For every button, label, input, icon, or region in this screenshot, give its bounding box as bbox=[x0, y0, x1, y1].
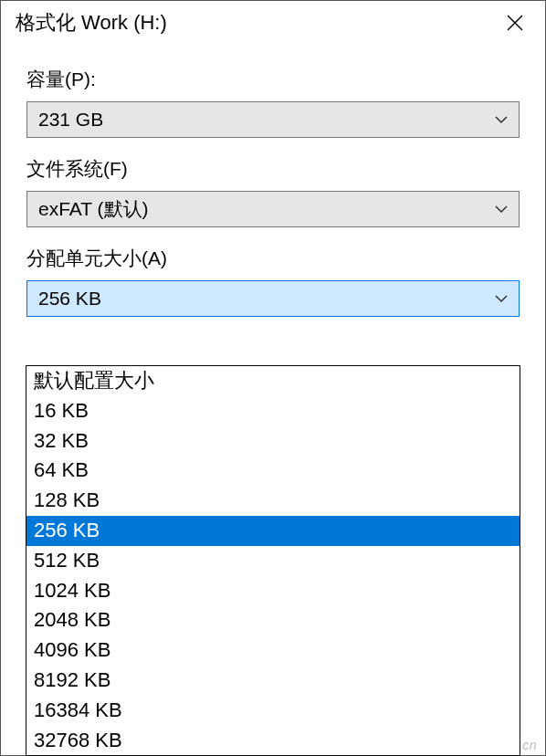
allocation-group: 分配单元大小(A) 256 KB bbox=[26, 246, 520, 317]
allocation-dropdown[interactable]: 默认配置大小16 KB32 KB64 KB128 KB256 KB512 KB1… bbox=[26, 365, 520, 756]
allocation-option[interactable]: 128 KB bbox=[26, 486, 520, 516]
allocation-select[interactable]: 256 KB bbox=[26, 280, 520, 317]
allocation-label: 分配单元大小(A) bbox=[26, 246, 520, 271]
chevron-down-icon bbox=[495, 295, 508, 302]
capacity-select[interactable]: 231 GB bbox=[26, 101, 520, 138]
format-dialog: 格式化 Work (H:) 容量(P): 231 GB 文件系统(F) exFA… bbox=[0, 0, 546, 756]
filesystem-group: 文件系统(F) exFAT (默认) bbox=[26, 156, 520, 227]
allocation-option[interactable]: 32768 KB bbox=[26, 726, 520, 756]
allocation-option[interactable]: 2048 KB bbox=[26, 605, 520, 635]
allocation-option[interactable]: 4096 KB bbox=[26, 635, 520, 666]
close-icon bbox=[507, 15, 523, 31]
filesystem-select[interactable]: exFAT (默认) bbox=[26, 191, 520, 227]
allocation-option[interactable]: 16 KB bbox=[26, 396, 520, 426]
chevron-down-icon bbox=[495, 116, 508, 123]
filesystem-label: 文件系统(F) bbox=[26, 156, 520, 182]
filesystem-value: exFAT (默认) bbox=[38, 196, 149, 222]
close-button[interactable] bbox=[499, 11, 530, 35]
allocation-value: 256 KB bbox=[38, 288, 101, 310]
allocation-option[interactable]: 8192 KB bbox=[26, 666, 520, 696]
allocation-option[interactable]: 256 KB bbox=[26, 516, 520, 546]
allocation-option[interactable]: 64 KB bbox=[26, 456, 520, 486]
window-title: 格式化 Work (H:) bbox=[16, 9, 167, 37]
allocation-option[interactable]: 32 KB bbox=[26, 426, 520, 457]
allocation-option[interactable]: 默认配置大小 bbox=[26, 366, 520, 396]
capacity-group: 容量(P): 231 GB bbox=[26, 67, 520, 138]
capacity-label: 容量(P): bbox=[26, 67, 520, 92]
allocation-option[interactable]: 512 KB bbox=[26, 546, 520, 576]
capacity-value: 231 GB bbox=[38, 109, 103, 131]
dialog-content: 容量(P): 231 GB 文件系统(F) exFAT (默认) 分配单元大小(… bbox=[1, 45, 545, 335]
titlebar: 格式化 Work (H:) bbox=[1, 1, 545, 45]
allocation-option[interactable]: 1024 KB bbox=[26, 576, 520, 606]
chevron-down-icon bbox=[495, 205, 508, 213]
allocation-option[interactable]: 16384 KB bbox=[26, 696, 520, 726]
